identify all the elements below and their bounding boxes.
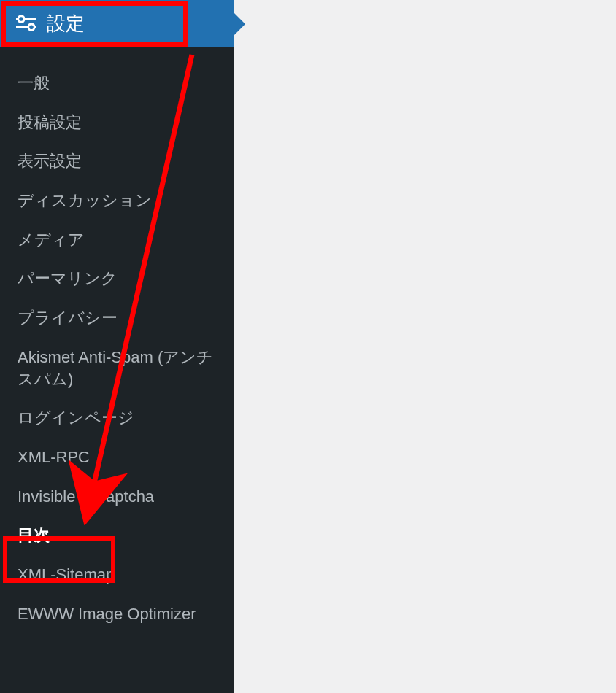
menu-header-label: 設定 xyxy=(47,11,85,36)
submenu-item-privacy[interactable]: プライバシー xyxy=(0,298,234,338)
submenu-item-writing[interactable]: 投稿設定 xyxy=(0,103,234,142)
submenu-item-media[interactable]: メディア xyxy=(0,220,234,260)
submenu-item-invisible-recaptcha[interactable]: Invisible reCaptcha xyxy=(0,477,234,516)
submenu-item-reading[interactable]: 表示設定 xyxy=(0,142,234,181)
submenu-item-permalink[interactable]: パーマリンク xyxy=(0,259,234,298)
submenu-item-discussion[interactable]: ディスカッション xyxy=(0,181,234,220)
submenu-item-login-page[interactable]: ログインページ xyxy=(0,398,234,438)
submenu-item-xml-sitemap[interactable]: XML-Sitemap xyxy=(0,555,234,595)
submenu-item-ewww[interactable]: EWWW Image Optimizer xyxy=(0,595,234,634)
submenu-item-xml-rpc[interactable]: XML-RPC xyxy=(0,438,234,477)
submenu-item-general[interactable]: 一般 xyxy=(0,63,234,103)
admin-sidebar: 設定 一般 投稿設定 表示設定 ディスカッション メディア パーマリンク プライ… xyxy=(0,0,234,693)
settings-sliders-icon xyxy=(16,14,36,34)
submenu-item-akismet[interactable]: Akismet Anti-Spam (アンチスパム) xyxy=(0,338,234,398)
submenu-item-toc[interactable]: 目次 xyxy=(0,516,234,555)
settings-submenu: 一般 投稿設定 表示設定 ディスカッション メディア パーマリンク プライバシー… xyxy=(0,47,234,640)
menu-header-settings[interactable]: 設定 xyxy=(0,0,234,47)
